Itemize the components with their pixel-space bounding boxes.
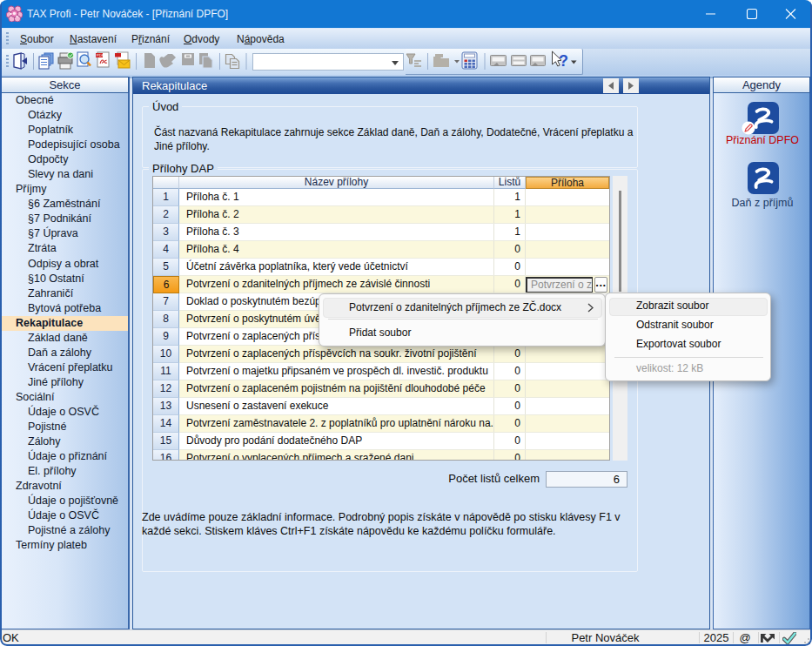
svg-text:PDF: PDF — [97, 53, 104, 57]
svg-text:?: ? — [559, 52, 568, 70]
